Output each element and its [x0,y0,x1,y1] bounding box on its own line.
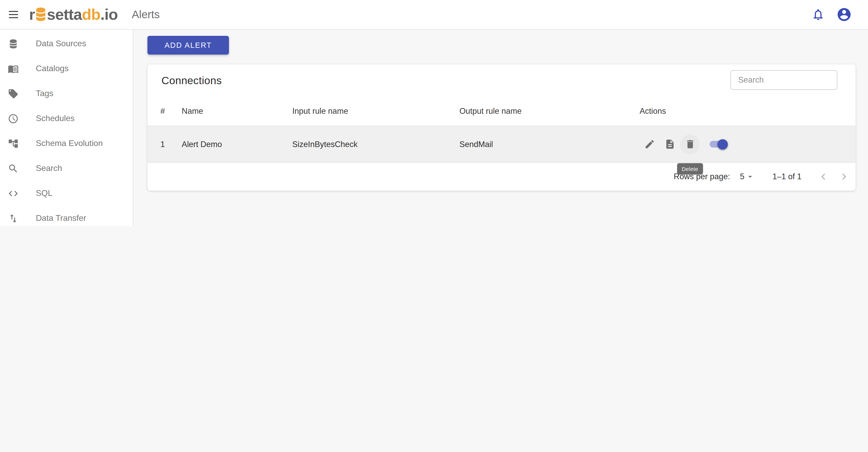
clock-icon [8,113,19,124]
row-num: 1 [160,140,182,149]
logo-text-db: db [82,7,100,22]
logo-database-icon [35,7,46,21]
card-title: Connections [161,74,222,87]
sidebar-item-search[interactable]: Search [0,156,133,181]
topbar: r setta db .io Alerts [0,0,868,30]
table-header-row: # Name Input rule name Output rule name … [148,96,856,126]
sidebar-item-label: Schema Evolution [36,139,103,148]
connections-card: Connections # Name Input rule name Outpu… [148,64,856,191]
app-shell: Data Sources Catalogs Tags Schedu [0,30,868,226]
chevron-right-icon [838,170,850,182]
toggle-thumb [717,139,728,149]
dropdown-arrow-icon [745,172,755,181]
add-alert-button[interactable]: ADD ALERT [148,36,229,55]
row-input-rule: SizeInBytesCheck [292,140,459,149]
sidebar-item-data-transfer[interactable]: Data Transfer [0,206,133,226]
sidebar-item-label: Search [36,164,62,173]
logo-text-prefix: r [29,7,35,22]
row-actions [640,134,850,154]
app-root: r setta db .io Alerts [0,0,868,226]
user-avatar-icon[interactable] [836,7,852,22]
previous-page-button[interactable] [817,170,830,182]
menu-icon[interactable] [9,11,18,18]
book-icon [8,63,19,74]
table-pagination: Rows per page: 5 1–1 of 1 [148,163,856,190]
rows-per-page-value: 5 [740,172,744,181]
row-name: Alert Demo [182,140,292,149]
main-content: ADD ALERT Connections # Name Input rule … [133,30,868,226]
tag-icon [8,88,19,99]
sidebar-item-label: Data Transfer [36,214,86,223]
sidebar-item-schedules[interactable]: Schedules [0,106,133,131]
card-header: Connections [148,64,856,96]
row-output-rule: SendMail [459,140,640,149]
edit-button[interactable] [640,134,659,154]
app-logo[interactable]: r setta db .io [29,7,118,22]
search-input[interactable] [731,70,837,90]
chevron-left-icon [817,170,830,182]
code-icon [8,188,19,199]
column-header-input-rule: Input rule name [292,107,459,116]
sidebar: Data Sources Catalogs Tags Schedu [0,30,133,226]
sidebar-item-label: Tags [36,89,54,98]
page-title: Alerts [132,8,160,21]
sidebar-item-sql[interactable]: SQL [0,181,133,206]
search-icon [8,163,19,174]
tree-icon [8,138,19,149]
trash-icon [684,139,695,150]
import-export-icon [8,213,19,224]
sidebar-item-catalogs[interactable]: Catalogs [0,56,133,81]
column-header-output-rule: Output rule name [459,107,640,116]
sidebar-item-label: Catalogs [36,64,68,73]
pagination-range: 1–1 of 1 [773,172,802,181]
enabled-toggle[interactable] [708,139,728,149]
sidebar-item-data-sources[interactable]: Data Sources [0,31,133,56]
delete-tooltip: Delete [677,163,703,175]
rows-per-page-select[interactable]: 5 [740,172,755,181]
next-page-button[interactable] [838,170,850,182]
sidebar-item-label: SQL [36,189,53,198]
column-header-num: # [160,107,182,116]
sidebar-item-tags[interactable]: Tags [0,81,133,106]
delete-button[interactable] [680,134,700,154]
log-button[interactable] [660,134,680,154]
sidebar-item-label: Data Sources [36,39,86,48]
notifications-bell-icon[interactable] [811,8,825,21]
table-row: 1 Alert Demo SizeInBytesCheck SendMail [148,126,856,163]
logo-text-suffix: .io [100,7,118,22]
document-icon [664,139,675,150]
column-header-actions: Actions [640,107,850,116]
column-header-name: Name [182,107,292,116]
sidebar-item-schema-evolution[interactable]: Schema Evolution [0,131,133,156]
sidebar-item-label: Schedules [36,114,74,123]
pencil-icon [644,139,655,150]
logo-text-middle: setta [47,7,82,22]
database-icon [8,38,19,49]
